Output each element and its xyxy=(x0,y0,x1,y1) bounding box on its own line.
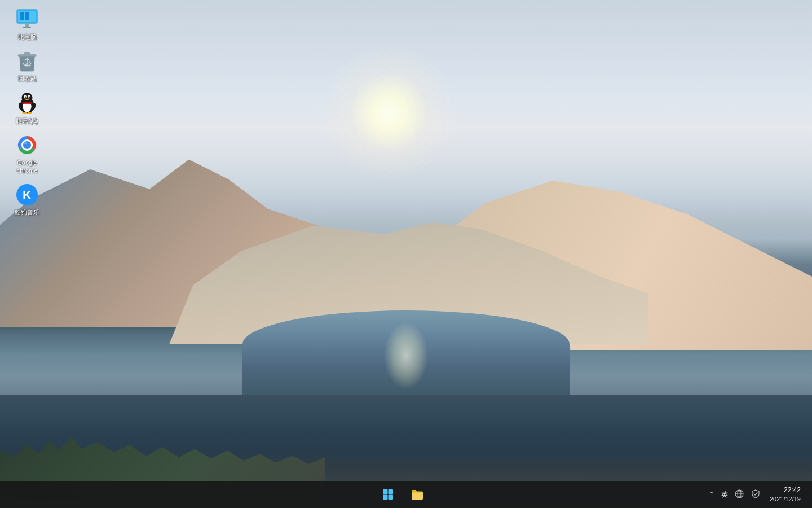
svg-point-17 xyxy=(25,97,26,97)
svg-point-27 xyxy=(24,142,27,144)
svg-rect-33 xyxy=(389,495,394,500)
desktop-icon-recycle-bin[interactable]: 回收站 xyxy=(6,47,48,85)
kugou-label: 酷狗音乐 xyxy=(15,208,39,216)
svg-point-21 xyxy=(28,112,32,114)
svg-rect-4 xyxy=(25,12,29,16)
svg-point-26 xyxy=(23,141,31,149)
desktop-icon-qq[interactable]: 腾讯QQ xyxy=(6,90,48,127)
desktop-icon-kugou[interactable]: K 酷狗音乐 xyxy=(6,181,48,218)
monitor-icon xyxy=(16,8,38,30)
chrome-icon xyxy=(16,134,38,156)
svg-point-15 xyxy=(25,96,27,98)
tray-show-hidden-button[interactable]: ⌃ xyxy=(707,488,717,501)
recycle-bin-icon xyxy=(16,50,38,72)
qq-icon xyxy=(16,92,38,115)
svg-rect-9 xyxy=(24,52,30,55)
file-explorer-button[interactable] xyxy=(404,481,431,508)
clock-time: 22:42 xyxy=(770,485,801,495)
svg-rect-32 xyxy=(383,495,388,500)
svg-rect-2 xyxy=(20,12,24,16)
svg-rect-31 xyxy=(389,489,394,494)
qq-label: 腾讯QQ xyxy=(16,117,38,125)
svg-point-16 xyxy=(28,96,30,98)
taskbar-center xyxy=(374,481,431,508)
svg-rect-30 xyxy=(383,489,388,494)
tray-network-icon[interactable] xyxy=(732,487,746,502)
kugou-icon: K xyxy=(16,183,38,206)
recycle-bin-label: 回收站 xyxy=(18,75,37,82)
my-computer-label: 此电脑 xyxy=(18,33,37,41)
svg-rect-6 xyxy=(25,23,29,27)
clock-date: 2021/12/19 xyxy=(770,495,801,503)
start-button[interactable] xyxy=(374,481,401,508)
svg-rect-3 xyxy=(20,16,24,20)
svg-point-19 xyxy=(25,98,29,100)
svg-point-12 xyxy=(21,93,32,103)
chrome-label: Google chrome xyxy=(8,159,46,175)
svg-point-20 xyxy=(22,112,27,114)
svg-rect-7 xyxy=(23,27,31,28)
tray-clock[interactable]: 22:42 2021/12/19 xyxy=(765,483,805,506)
desktop-icons: 此电脑 回收站 xyxy=(0,0,54,229)
svg-rect-5 xyxy=(25,16,29,20)
svg-rect-24 xyxy=(21,102,32,104)
taskbar: ⌃ 英 22 xyxy=(0,481,812,508)
desktop-icon-my-computer[interactable]: 此电脑 xyxy=(6,6,48,43)
taskbar-right: ⌃ 英 22 xyxy=(431,483,812,506)
tray-language-button[interactable]: 英 xyxy=(720,488,729,502)
tray-security-icon[interactable] xyxy=(749,487,762,502)
svg-text:K: K xyxy=(23,188,32,202)
desktop: 此电脑 回收站 xyxy=(0,0,812,508)
desktop-icon-chrome[interactable]: Google chrome xyxy=(6,132,48,177)
lake-reflection xyxy=(383,322,429,389)
svg-point-18 xyxy=(29,97,30,97)
